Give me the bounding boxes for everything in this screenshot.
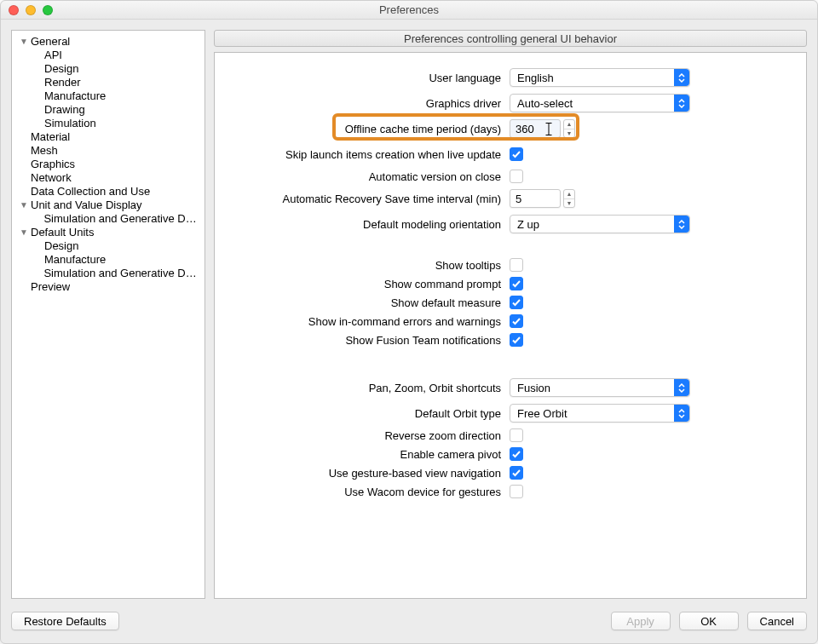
sidebar-item[interactable]: ▼General bbox=[12, 34, 204, 48]
sidebar-item-label: Unit and Value Display bbox=[31, 198, 142, 211]
pan-zoom-orbit-select[interactable]: Fusion bbox=[510, 378, 690, 397]
offline-cache-stepper[interactable]: ▲ ▼ bbox=[563, 119, 575, 138]
disclosure-triangle-icon: ▼ bbox=[19, 37, 29, 46]
sidebar-item-label: Data Collection and Use bbox=[31, 185, 150, 198]
window-controls bbox=[9, 5, 53, 15]
sidebar-item[interactable]: Design bbox=[12, 239, 204, 252]
sidebar-item-label: Simulation bbox=[44, 117, 96, 129]
chevron-down-icon[interactable]: ▼ bbox=[564, 129, 574, 138]
auto-version-checkbox[interactable] bbox=[510, 170, 523, 183]
sidebar-item[interactable]: Preview bbox=[12, 279, 204, 293]
offline-cache-input[interactable]: 360 bbox=[510, 119, 561, 138]
chevron-updown-icon bbox=[674, 379, 689, 396]
sidebar-item-label: Graphics bbox=[31, 158, 75, 170]
sidebar-item[interactable]: Simulation and Generative Desi... bbox=[12, 211, 204, 225]
panel-header: Preferences controlling general UI behav… bbox=[214, 30, 807, 47]
gesture-nav-checkbox[interactable] bbox=[510, 466, 523, 480]
recovery-interval-input[interactable]: 5 bbox=[510, 189, 561, 208]
show-default-measure-checkbox[interactable] bbox=[510, 296, 523, 309]
cancel-button[interactable]: Cancel bbox=[747, 612, 807, 630]
sidebar-item[interactable]: Graphics bbox=[12, 157, 204, 170]
gesture-nav-label: Use gesture-based view navigation bbox=[223, 467, 510, 480]
show-cmd-prompt-checkbox[interactable] bbox=[510, 277, 523, 290]
chevron-down-icon[interactable]: ▼ bbox=[564, 199, 574, 208]
sidebar-item[interactable]: Data Collection and Use bbox=[12, 184, 204, 198]
sidebar-item-label: Mesh bbox=[31, 144, 58, 157]
minimize-window-button[interactable] bbox=[26, 5, 36, 15]
sidebar-item-label: Design bbox=[44, 239, 78, 252]
enable-pivot-checkbox[interactable] bbox=[510, 447, 523, 461]
recovery-interval-label: Automatic Recovery Save time interval (m… bbox=[223, 193, 510, 205]
titlebar: Preferences bbox=[1, 1, 817, 20]
show-fusion-team-label: Show Fusion Team notifications bbox=[223, 334, 510, 347]
chevron-updown-icon bbox=[674, 405, 689, 422]
skip-launch-label: Skip launch items creation when live upd… bbox=[223, 148, 510, 161]
sidebar-item[interactable]: API bbox=[12, 48, 204, 61]
disclosure-triangle-icon: ▼ bbox=[19, 227, 29, 237]
sidebar-item-label: API bbox=[44, 49, 62, 61]
default-orbit-select[interactable]: Free Orbit bbox=[510, 404, 690, 423]
sidebar-item-label: Material bbox=[31, 130, 70, 143]
sidebar-item[interactable]: Simulation and Generative Desi... bbox=[12, 266, 204, 279]
dialog-footer: Restore Defaults Apply OK Cancel bbox=[1, 599, 817, 643]
sidebar-item-label: General bbox=[31, 35, 70, 48]
sidebar-item-label: Render bbox=[44, 76, 81, 89]
chevron-up-icon[interactable]: ▲ bbox=[564, 190, 574, 199]
graphics-driver-label: Graphics driver bbox=[223, 97, 510, 110]
user-language-select[interactable]: English bbox=[510, 68, 690, 87]
user-language-label: User language bbox=[223, 72, 510, 84]
sidebar-item-label: Network bbox=[31, 171, 72, 184]
zoom-window-button[interactable] bbox=[43, 5, 53, 15]
show-tooltips-checkbox[interactable] bbox=[510, 258, 523, 272]
category-sidebar: ▼GeneralAPIDesignRenderManufactureDrawin… bbox=[11, 30, 205, 599]
sidebar-item[interactable]: Simulation bbox=[12, 116, 204, 129]
sidebar-item[interactable]: Render bbox=[12, 75, 204, 89]
sidebar-item[interactable]: Drawing bbox=[12, 102, 204, 116]
show-tooltips-label: Show tooltips bbox=[223, 259, 510, 272]
disclosure-triangle-icon: ▼ bbox=[19, 200, 29, 210]
sidebar-item[interactable]: Network bbox=[12, 170, 204, 184]
pan-zoom-orbit-label: Pan, Zoom, Orbit shortcuts bbox=[223, 382, 510, 394]
sidebar-item[interactable]: Design bbox=[12, 61, 204, 75]
sidebar-item-label: Default Units bbox=[31, 226, 94, 239]
sidebar-item[interactable]: Manufacture bbox=[12, 252, 204, 266]
ok-button[interactable]: OK bbox=[679, 612, 739, 630]
show-cmd-prompt-label: Show command prompt bbox=[223, 278, 510, 290]
main-panel: Preferences controlling general UI behav… bbox=[214, 30, 807, 599]
default-orbit-label: Default Orbit type bbox=[223, 407, 510, 420]
default-orientation-select[interactable]: Z up bbox=[510, 215, 690, 233]
apply-button[interactable]: Apply bbox=[611, 612, 671, 630]
window-title: Preferences bbox=[1, 3, 817, 16]
restore-defaults-button[interactable]: Restore Defaults bbox=[11, 612, 119, 630]
auto-version-label: Automatic version on close bbox=[223, 170, 510, 183]
sidebar-item[interactable]: Manufacture bbox=[12, 89, 204, 102]
chevron-updown-icon bbox=[674, 69, 689, 86]
recovery-interval-stepper[interactable]: ▲ ▼ bbox=[563, 189, 575, 208]
sidebar-item[interactable]: ▼Default Units bbox=[12, 225, 204, 239]
chevron-updown-icon bbox=[674, 216, 689, 233]
sidebar-item-label: Drawing bbox=[44, 103, 85, 116]
sidebar-item[interactable]: Material bbox=[12, 129, 204, 143]
reverse-zoom-checkbox[interactable] bbox=[510, 428, 523, 442]
skip-launch-checkbox[interactable] bbox=[510, 147, 523, 161]
reverse-zoom-label: Reverse zoom direction bbox=[223, 429, 510, 442]
sidebar-item-label: Preview bbox=[31, 280, 70, 293]
sidebar-item[interactable]: ▼Unit and Value Display bbox=[12, 198, 204, 211]
sidebar-item[interactable]: Mesh bbox=[12, 143, 204, 157]
enable-pivot-label: Enable camera pivot bbox=[223, 448, 510, 461]
text-cursor-icon bbox=[546, 123, 552, 135]
show-errors-label: Show in-command errors and warnings bbox=[223, 315, 510, 328]
close-window-button[interactable] bbox=[9, 5, 19, 15]
graphics-driver-select[interactable]: Auto-select bbox=[510, 94, 690, 112]
sidebar-item-label: Manufacture bbox=[44, 89, 106, 102]
wacom-checkbox[interactable] bbox=[510, 485, 523, 498]
chevron-updown-icon bbox=[674, 95, 689, 112]
sidebar-item-label: Design bbox=[44, 62, 78, 75]
sidebar-item-label: Manufacture bbox=[44, 253, 106, 266]
offline-cache-label: Offline cache time period (days) bbox=[223, 123, 510, 135]
wacom-label: Use Wacom device for gestures bbox=[223, 486, 510, 498]
show-errors-checkbox[interactable] bbox=[510, 314, 523, 328]
chevron-up-icon[interactable]: ▲ bbox=[564, 120, 574, 129]
show-fusion-team-checkbox[interactable] bbox=[510, 333, 523, 347]
default-orientation-label: Default modeling orientation bbox=[223, 218, 510, 231]
